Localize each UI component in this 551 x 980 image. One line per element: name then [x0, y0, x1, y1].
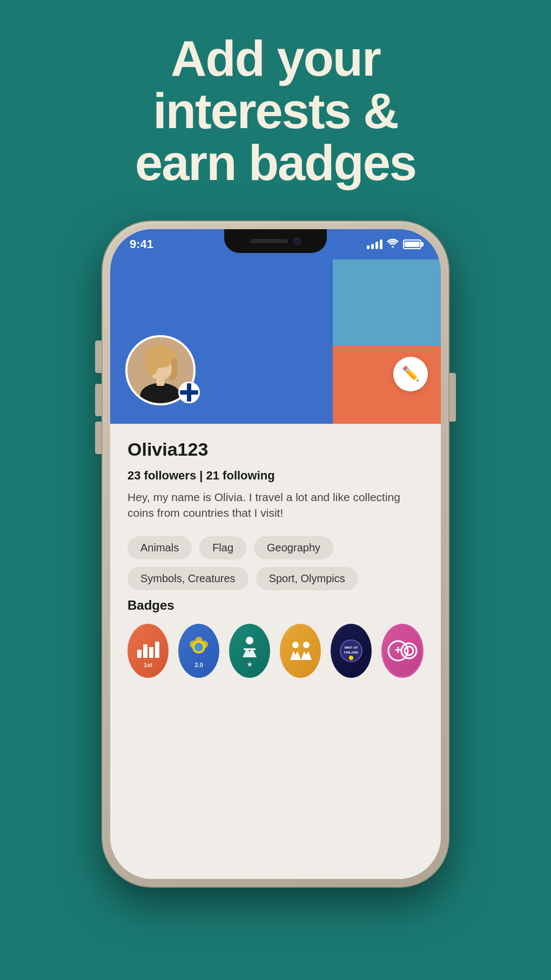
interest-tag-symbols[interactable]: Symbols, Creatures: [127, 567, 248, 590]
svg-point-26: [405, 646, 413, 655]
badge-add[interactable]: +: [381, 624, 424, 678]
interests-row-2: Symbols, Creatures Sport, Olympics: [127, 567, 424, 590]
hero-line1: Add your: [135, 32, 416, 85]
svg-point-4: [146, 355, 158, 376]
hero-line3: earn badges: [135, 137, 416, 189]
edit-button[interactable]: ✏️: [393, 357, 428, 391]
status-time: 9:41: [130, 237, 153, 251]
followers-text: 23 followers | 21 following: [127, 469, 424, 483]
header-orange-section: ✏️: [333, 346, 441, 424]
svg-text:MINT OF: MINT OF: [345, 646, 358, 649]
hero-line2: interests &: [135, 85, 416, 137]
flag-badge: [178, 382, 200, 403]
svg-rect-9: [149, 647, 153, 658]
camera: [293, 237, 301, 245]
speaker: [250, 239, 288, 243]
badge-mint-finland[interactable]: MINT OF FINLAND: [331, 624, 372, 678]
phone-mockup: 9:41: [103, 222, 448, 886]
svg-point-17: [292, 642, 299, 648]
username: Olivia123: [127, 439, 424, 460]
badge-star[interactable]: ★: [229, 624, 270, 678]
badge-team[interactable]: [280, 624, 321, 678]
badge-1st[interactable]: 1st: [127, 624, 169, 678]
svg-point-16: [246, 637, 253, 644]
interest-tag-geography[interactable]: Geography: [254, 536, 333, 559]
avatar-container: [125, 335, 196, 405]
notch: [224, 229, 327, 253]
svg-point-15: [194, 643, 203, 651]
svg-point-18: [303, 642, 310, 648]
phone-shell: 9:41: [103, 222, 448, 886]
svg-rect-8: [143, 644, 147, 658]
svg-rect-10: [155, 642, 159, 658]
svg-point-0: [392, 246, 394, 248]
interest-tag-animals[interactable]: Animals: [127, 536, 192, 559]
badges-row: 1st 2.0: [127, 624, 424, 678]
svg-point-25: [401, 643, 416, 658]
battery-icon: [403, 239, 421, 249]
bio-text: Hey, my name is Olivia. I travel a lot a…: [127, 489, 424, 521]
interest-tag-flag[interactable]: Flag: [199, 536, 246, 559]
finland-flag-icon: [180, 383, 198, 402]
badges-label: Badges: [127, 598, 424, 613]
interests-row-1: Animals Flag Geography: [127, 536, 424, 559]
svg-text:+: +: [395, 643, 402, 657]
profile-content: Olivia123 23 followers | 21 following He…: [110, 424, 441, 879]
interest-tag-sport[interactable]: Sport, Olympics: [256, 567, 358, 590]
signal-icon: [367, 239, 382, 249]
svg-text:FINLAND: FINLAND: [344, 651, 359, 654]
hero-text: Add your interests & earn badges: [113, 32, 438, 189]
badge-2point0[interactable]: 2.0: [178, 624, 219, 678]
svg-rect-6: [156, 377, 164, 386]
phone-screen: 9:41: [110, 229, 441, 879]
status-icons: [367, 238, 421, 250]
svg-rect-7: [137, 650, 142, 658]
wifi-icon: [387, 238, 399, 250]
svg-point-22: [349, 656, 353, 660]
pencil-icon: ✏️: [402, 365, 419, 382]
